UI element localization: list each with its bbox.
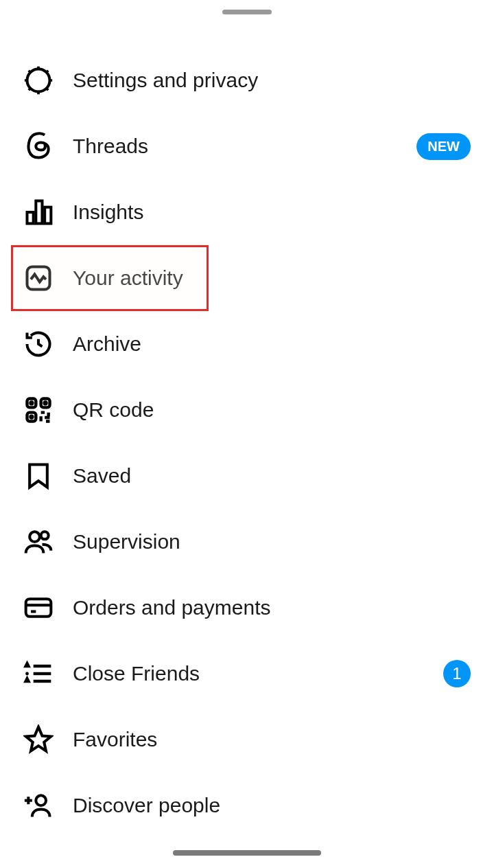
home-indicator[interactable] xyxy=(173,850,321,856)
menu-item-archive[interactable]: Archive xyxy=(0,311,494,377)
gear-icon xyxy=(23,65,54,95)
menu-item-threads[interactable]: Threads NEW xyxy=(0,113,494,179)
menu-label: Saved xyxy=(73,464,471,488)
menu-label: Favorites xyxy=(73,728,471,751)
discover-icon xyxy=(23,790,54,821)
closefriends-icon xyxy=(23,659,54,689)
menu-item-close-friends[interactable]: Close Friends 1 xyxy=(0,641,494,707)
favorites-icon xyxy=(23,724,54,755)
supervision-icon xyxy=(23,527,54,557)
menu-item-discover-people[interactable]: Discover people xyxy=(0,773,494,838)
threads-icon xyxy=(23,131,54,161)
menu-label: Close Friends xyxy=(73,662,443,685)
drag-handle[interactable] xyxy=(222,10,272,14)
count-badge: 1 xyxy=(443,660,471,687)
menu-label: Insights xyxy=(73,201,471,224)
menu-item-qrcode[interactable]: QR code xyxy=(0,377,494,443)
menu-item-favorites[interactable]: Favorites xyxy=(0,707,494,773)
svg-point-10 xyxy=(30,416,32,418)
svg-point-8 xyxy=(30,402,32,404)
menu-label: Threads xyxy=(73,135,416,158)
archive-icon xyxy=(23,329,54,359)
menu-item-orders-payments[interactable]: Orders and payments xyxy=(0,575,494,641)
saved-icon xyxy=(23,461,54,491)
menu-label: Discover people xyxy=(73,794,471,817)
svg-rect-1 xyxy=(27,212,34,224)
menu-item-supervision[interactable]: Supervision xyxy=(0,509,494,575)
new-badge: NEW xyxy=(416,133,471,160)
menu-label: Archive xyxy=(73,332,471,356)
svg-point-12 xyxy=(41,532,49,539)
menu-label: Supervision xyxy=(73,530,471,553)
svg-point-20 xyxy=(36,795,46,806)
menu-item-insights[interactable]: Insights xyxy=(0,179,494,245)
menu-label: Settings and privacy xyxy=(73,69,471,92)
menu-label: QR code xyxy=(73,398,471,422)
svg-point-9 xyxy=(45,402,47,404)
insights-icon xyxy=(23,197,54,227)
menu-item-your-activity[interactable]: Your activity xyxy=(0,245,494,311)
menu-list: Settings and privacy Threads NEW Insight… xyxy=(0,14,494,838)
svg-point-0 xyxy=(27,69,50,92)
payments-icon xyxy=(23,593,54,623)
svg-rect-2 xyxy=(36,201,42,224)
menu-label: Orders and payments xyxy=(73,596,471,619)
menu-item-saved[interactable]: Saved xyxy=(0,443,494,509)
qrcode-icon xyxy=(23,395,54,425)
svg-rect-13 xyxy=(26,599,51,617)
activity-icon xyxy=(23,263,54,293)
svg-rect-3 xyxy=(45,207,51,224)
menu-label: Your activity xyxy=(73,266,471,290)
svg-point-19 xyxy=(25,672,29,676)
menu-item-settings[interactable]: Settings and privacy xyxy=(0,47,494,113)
svg-point-11 xyxy=(30,532,40,542)
